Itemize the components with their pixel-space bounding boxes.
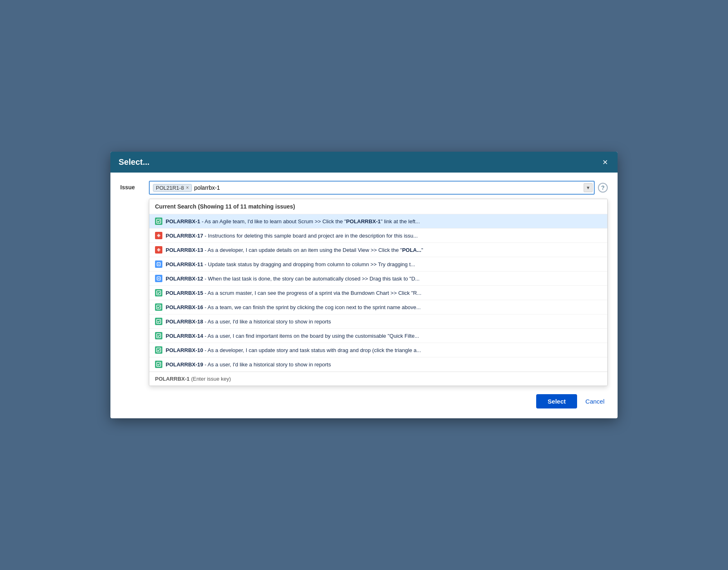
issue-item-text: POLARRBX-19 - As a user, I'd like a hist… <box>166 361 331 368</box>
issue-field-label: Issue <box>120 181 149 191</box>
dropdown-footer-hint: (Enter issue key) <box>190 376 231 382</box>
dropdown-footer-key: POLARRBX-1 <box>155 376 190 382</box>
tag-chip-remove[interactable]: × <box>186 185 189 191</box>
cancel-button[interactable]: Cancel <box>582 394 608 408</box>
issue-item-text: POLARRBX-11 - Update task status by drag… <box>166 261 415 267</box>
issue-item-text: POLARRBX-15 - As a scrum master, I can s… <box>166 290 421 296</box>
help-icon[interactable]: ? <box>598 183 608 193</box>
close-button[interactable]: × <box>601 158 609 167</box>
dropdown-item[interactable]: POLARRBX-12 - When the last task is done… <box>149 272 607 286</box>
issue-item-text: POLARRBX-18 - As a user, I'd like a hist… <box>166 319 331 325</box>
dialog-body: Issue POL21R1-8 × ▼ ? Current Search (Sh… <box>110 173 618 386</box>
dialog-footer: Select Cancel <box>110 386 618 418</box>
dropdown-item[interactable]: POLARRBX-15 - As a scrum master, I can s… <box>149 286 607 300</box>
story-icon <box>155 318 162 325</box>
issue-item-text: POLARRBX-12 - When the last task is done… <box>166 276 420 282</box>
story-icon <box>155 346 162 354</box>
dropdown-item[interactable]: POLARRBX-14 - As a user, I can find impo… <box>149 329 607 343</box>
subtask-icon <box>155 275 162 282</box>
dropdown-item[interactable]: POLARRBX-13 - As a developer, I can upda… <box>149 243 607 257</box>
dialog-title: Select... <box>119 157 150 167</box>
story-icon <box>155 289 162 296</box>
story-icon <box>155 332 162 339</box>
story-icon <box>155 361 162 368</box>
bug-icon <box>155 232 162 239</box>
issue-input-wrap: POL21R1-8 × ▼ <box>149 181 595 195</box>
dropdown-list: Current Search (Showing 11 of 11 matchin… <box>149 199 608 386</box>
dropdown-footer: POLARRBX-1 (Enter issue key) <box>149 372 607 386</box>
issue-item-text: POLARRBX-13 - As a developer, I can upda… <box>166 247 423 253</box>
dropdown-item[interactable]: POLARRBX-11 - Update task status by drag… <box>149 257 607 272</box>
issue-item-text: POLARRBX-17 - Instructions for deleting … <box>166 233 418 239</box>
bug-icon <box>155 246 162 254</box>
dropdown-header: Current Search (Showing 11 of 11 matchin… <box>149 199 607 214</box>
search-input[interactable] <box>194 184 582 191</box>
dropdown-item[interactable]: POLARRBX-1 - As an Agile team, I'd like … <box>149 214 607 229</box>
issue-item-text: POLARRBX-10 - As a developer, I can upda… <box>166 347 421 353</box>
dialog: Select... × Issue POL21R1-8 × ▼ ? Curren… <box>110 152 618 418</box>
dropdown-item[interactable]: POLARRBX-10 - As a developer, I can upda… <box>149 343 607 357</box>
dropdown-arrow-button[interactable]: ▼ <box>584 183 593 192</box>
dropdown-item[interactable]: POLARRBX-19 - As a user, I'd like a hist… <box>149 357 607 372</box>
search-input-box[interactable]: POL21R1-8 × <box>149 181 595 195</box>
issue-item-text: POLARRBX-14 - As a user, I can find impo… <box>166 333 419 339</box>
issue-item-text: POLARRBX-1 - As an Agile team, I'd like … <box>166 218 420 224</box>
dropdown-item[interactable]: POLARRBX-18 - As a user, I'd like a hist… <box>149 314 607 329</box>
tag-chip-value: POL21R1-8 <box>156 185 184 191</box>
story-icon <box>155 303 162 311</box>
select-button[interactable]: Select <box>536 394 577 408</box>
subtask-icon <box>155 260 162 268</box>
dropdown-item[interactable]: POLARRBX-16 - As a team, we can finish t… <box>149 300 607 314</box>
dialog-header: Select... × <box>110 152 618 173</box>
issue-field-row: Issue POL21R1-8 × ▼ ? <box>120 181 608 195</box>
tag-chip: POL21R1-8 × <box>153 184 192 192</box>
dropdown-item[interactable]: POLARRBX-17 - Instructions for deleting … <box>149 229 607 243</box>
issue-item-text: POLARRBX-16 - As a team, we can finish t… <box>166 304 421 310</box>
story-icon <box>155 218 162 225</box>
